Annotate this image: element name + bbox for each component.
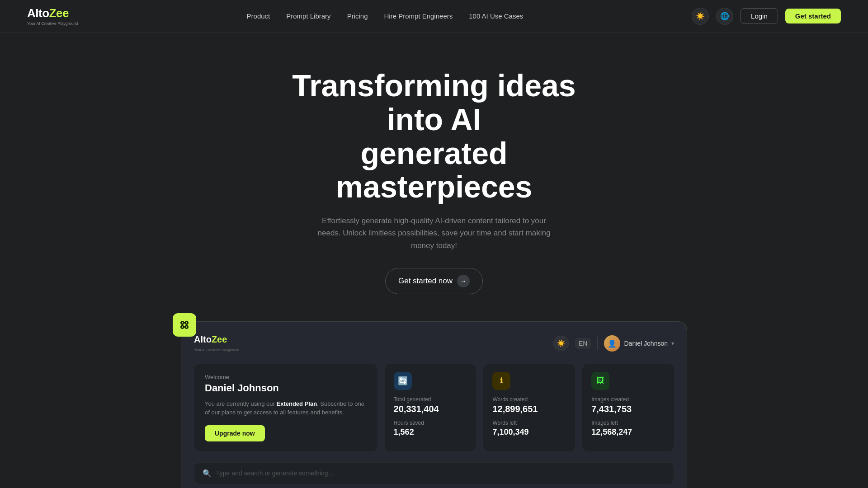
nav-use-cases[interactable]: 100 AI Use Cases xyxy=(469,12,523,20)
main-nav: Product Prompt Library Pricing Hire Prom… xyxy=(247,12,524,20)
dash-divider xyxy=(597,337,598,350)
logo: AItoZee Your AI Creative Playground xyxy=(27,6,78,26)
dash-chevron-icon: ▾ xyxy=(671,340,674,347)
stats-row: Welcome Daniel Johnson You are currently… xyxy=(194,364,674,451)
svg-point-2 xyxy=(181,326,184,328)
search-icon: 🔍 xyxy=(203,469,212,478)
nav-pricing[interactable]: Pricing xyxy=(347,12,368,20)
stat-sub-value-hours: 1,562 xyxy=(394,427,467,437)
logo-tagline: Your AI Creative Playground xyxy=(27,21,78,26)
stat-label-images: Images created xyxy=(591,396,665,403)
dash-header-right: ☀️ EN 👤 Daniel Johnson ▾ xyxy=(553,335,674,352)
welcome-desc: You are currently using our Extended Pla… xyxy=(205,399,367,417)
images-created-icon: 🖼 xyxy=(591,372,609,390)
stat-sub-value-words-left: 7,100,349 xyxy=(492,427,566,437)
header-right: ☀️ 🌐 Login Get started xyxy=(692,8,841,25)
dash-header: AItoZee Your AI Creative Playground ☀️ E… xyxy=(194,334,674,353)
dash-user[interactable]: 👤 Daniel Johnson ▾ xyxy=(604,335,674,352)
stat-label-words: Words created xyxy=(492,396,566,403)
search-placeholder: Type and search or generate something... xyxy=(216,469,333,477)
welcome-label: Welcome xyxy=(205,374,367,380)
svg-point-1 xyxy=(185,321,188,324)
stat-value-words: 12,899,651 xyxy=(492,404,566,414)
stat-sub-label-words-left: Words left xyxy=(492,420,566,426)
dash-avatar: 👤 xyxy=(604,335,620,352)
stat-sub-value-images-left: 12,568,247 xyxy=(591,427,665,437)
logo-ai: AI xyxy=(27,6,38,20)
dash-logo-tagline: Your AI Creative Playground xyxy=(194,348,239,352)
stat-value-total: 20,331,404 xyxy=(394,404,467,414)
dash-theme-icon[interactable]: ☀️ xyxy=(553,336,569,351)
arrow-right-icon: → xyxy=(457,275,470,287)
stat-sub-label-hours: Hours saved xyxy=(394,420,467,426)
dashboard-preview-wrapper: AItoZee Your AI Creative Playground ☀️ E… xyxy=(172,321,696,488)
stat-label-total: Total generated xyxy=(394,396,467,403)
stat-card-images: 🖼 Images created 7,431,753 Images left 1… xyxy=(582,364,674,451)
dash-search-bar[interactable]: 🔍 Type and search or generate something.… xyxy=(194,462,674,484)
hero-subtitle: Effortlessly generate high-quality AI-dr… xyxy=(312,215,556,252)
corner-tl-icon xyxy=(173,313,196,337)
stat-card-words: ℹ Words created 12,899,651 Words left 7,… xyxy=(483,364,575,451)
nav-product[interactable]: Product xyxy=(247,12,270,20)
header: AItoZee Your AI Creative Playground Prod… xyxy=(0,0,868,33)
logo-zee: Zee xyxy=(49,6,69,20)
dash-lang[interactable]: EN xyxy=(575,338,591,349)
dashboard-card: AItoZee Your AI Creative Playground ☀️ E… xyxy=(181,321,687,488)
dash-logo: AItoZee Your AI Creative Playground xyxy=(194,334,239,353)
total-generated-icon: 🔄 xyxy=(394,372,412,390)
svg-point-0 xyxy=(181,321,184,324)
stat-sub-label-images-left: Images left xyxy=(591,420,665,426)
hero-section: Transforming ideas into AI generated mas… xyxy=(0,33,868,321)
logo-to: to xyxy=(38,6,49,20)
welcome-card: Welcome Daniel Johnson You are currently… xyxy=(194,364,377,451)
language-button[interactable]: 🌐 xyxy=(716,8,733,25)
login-button[interactable]: Login xyxy=(741,8,778,24)
get-started-header-button[interactable]: Get started xyxy=(785,9,841,23)
nav-prompt-library[interactable]: Prompt Library xyxy=(286,12,330,20)
welcome-name: Daniel Johnson xyxy=(205,382,367,394)
svg-point-3 xyxy=(185,326,188,328)
upgrade-button[interactable]: Upgrade now xyxy=(205,425,265,441)
hero-title: Transforming ideas into AI generated mas… xyxy=(262,69,606,204)
nav-hire[interactable]: Hire Prompt Engineers xyxy=(384,12,453,20)
stat-card-total: 🔄 Total generated 20,331,404 Hours saved… xyxy=(385,364,476,451)
get-started-now-button[interactable]: Get started now → xyxy=(385,268,483,294)
dash-username: Daniel Johnson xyxy=(624,340,668,347)
theme-toggle-button[interactable]: ☀️ xyxy=(692,8,709,25)
stat-value-images: 7,431,753 xyxy=(591,404,665,414)
words-created-icon: ℹ xyxy=(492,372,510,390)
